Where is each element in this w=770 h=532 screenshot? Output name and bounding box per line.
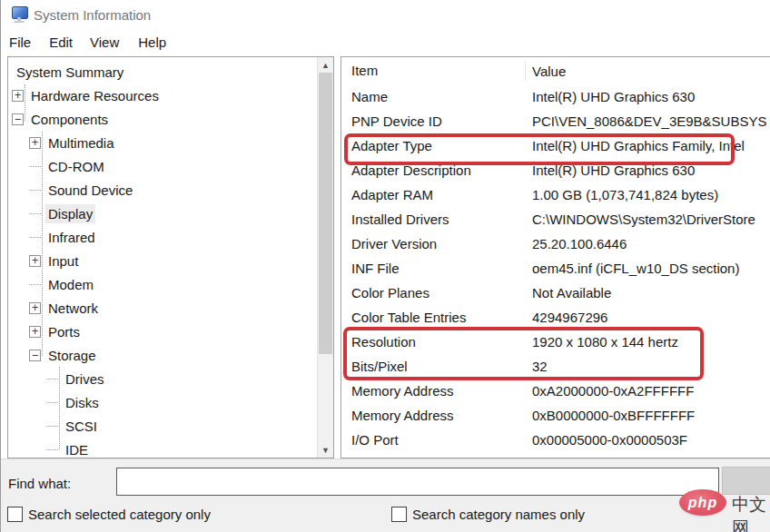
- tree-connector: [29, 237, 41, 238]
- menu-view[interactable]: View: [84, 32, 124, 53]
- tree-item-label: Sound Device: [45, 181, 135, 200]
- column-header-value[interactable]: Value: [526, 64, 770, 79]
- search-selected-category-checkbox[interactable]: [7, 507, 23, 522]
- details-row-bits-pixel[interactable]: Bits/Pixel32: [341, 354, 770, 379]
- details-pane: Item Value NameIntel(R) UHD Graphics 630…: [341, 56, 770, 458]
- expand-icon[interactable]: +: [29, 137, 41, 149]
- tree-item-cd-rom[interactable]: CD-ROM: [8, 154, 318, 178]
- tree-connector: [29, 166, 41, 167]
- tree-item-label: Infrared: [45, 228, 98, 247]
- tree-connector: [46, 379, 58, 379]
- search-category-names-checkbox[interactable]: [391, 507, 407, 522]
- scroll-up-icon[interactable]: ▲: [318, 57, 333, 73]
- item-cell: Name: [341, 89, 526, 104]
- category-tree-pane: System Summary+Hardware Resources−Compon…: [7, 56, 334, 458]
- expand-icon[interactable]: +: [29, 302, 41, 314]
- expand-icon[interactable]: +: [29, 255, 41, 267]
- value-cell: 1920 x 1080 x 144 hertz: [526, 334, 770, 350]
- item-cell: Memory Address: [341, 408, 526, 423]
- tree-item-label: Components: [28, 110, 111, 129]
- details-row-adapter-description[interactable]: Adapter DescriptionIntel(R) UHD Graphics…: [341, 158, 770, 182]
- details-row-color-table-entries[interactable]: Color Table Entries4294967296: [341, 305, 770, 330]
- details-row-resolution[interactable]: Resolution1920 x 1080 x 144 hertz: [341, 330, 770, 354]
- tree-item-drives[interactable]: Drives: [8, 367, 318, 390]
- watermark-site-text: 中文网: [732, 493, 770, 532]
- tree-item-storage[interactable]: −Storage: [8, 343, 318, 367]
- expand-icon[interactable]: +: [29, 326, 41, 338]
- tree-item-label: Ports: [45, 322, 83, 341]
- collapse-icon[interactable]: −: [12, 113, 24, 125]
- find-bar: Find what: Search selected category only…: [1, 458, 770, 532]
- tree-item-network[interactable]: +Network: [8, 296, 318, 320]
- tree-item-multimedia[interactable]: +Multimedia: [8, 131, 318, 154]
- find-what-label: Find what:: [8, 476, 71, 491]
- details-row-pnp-device-id[interactable]: PNP Device IDPCI\VEN_8086&DEV_3E9B&SUBSY…: [341, 109, 770, 133]
- details-row-inf-file[interactable]: INF Fileoem45.inf (iCFL_w10_DS section): [341, 256, 770, 281]
- value-cell: oem45.inf (iCFL_w10_DS section): [526, 261, 770, 276]
- tree-item-sound-device[interactable]: Sound Device: [8, 178, 318, 202]
- menu-help[interactable]: Help: [133, 32, 172, 53]
- menu-bar: FileEditViewHelp: [1, 29, 770, 55]
- value-cell: C:\WINDOWS\System32\DriverStore: [526, 212, 770, 227]
- tree-item-label: Display: [45, 204, 95, 223]
- tree-item-label: CD-ROM: [45, 157, 107, 176]
- item-cell: Installed Drivers: [341, 212, 526, 227]
- tree-connector: [29, 284, 41, 285]
- item-cell: Color Planes: [341, 285, 526, 300]
- details-row-driver-version[interactable]: Driver Version25.20.100.6446: [341, 232, 770, 256]
- expand-icon[interactable]: +: [12, 90, 24, 102]
- item-cell: INF File: [341, 261, 526, 276]
- item-cell: Driver Version: [341, 236, 526, 251]
- details-row-adapter-type[interactable]: Adapter TypeIntel(R) UHD Graphics Family…: [341, 133, 770, 158]
- details-row-name[interactable]: NameIntel(R) UHD Graphics 630: [341, 84, 770, 109]
- tree-item-infrared[interactable]: Infrared: [8, 225, 318, 249]
- tree-item-label: Modem: [45, 275, 96, 294]
- item-cell: Adapter Type: [341, 138, 526, 153]
- details-row-installed-drivers[interactable]: Installed DriversC:\WINDOWS\System32\Dri…: [341, 207, 770, 232]
- details-row-i-o-port[interactable]: I/O Port0x00005000-0x0000503F: [341, 428, 770, 452]
- tree-item-ide[interactable]: IDE: [8, 438, 318, 458]
- details-row-adapter-ram[interactable]: Adapter RAM1.00 GB (1,073,741,824 bytes): [341, 182, 770, 207]
- tree-item-display[interactable]: Display: [8, 202, 318, 225]
- item-cell: I/O Port: [341, 432, 526, 448]
- column-header-item[interactable]: Item: [341, 61, 526, 81]
- search-selected-category-label: Search selected category only: [28, 507, 211, 522]
- item-cell: PNP Device ID: [341, 113, 526, 129]
- value-cell: 25.20.100.6446: [526, 236, 770, 251]
- value-cell: 1.00 GB (1,073,741,824 bytes): [526, 187, 770, 202]
- value-cell: PCI\VEN_8086&DEV_3E9B&SUBSYS: [526, 113, 770, 129]
- title-bar: System Information: [1, 0, 770, 29]
- item-cell: Bits/Pixel: [341, 359, 526, 374]
- scrollbar-thumb[interactable]: [319, 73, 332, 354]
- search-category-names-label: Search category names only: [412, 507, 585, 522]
- tree-item-components[interactable]: −Components: [8, 107, 318, 131]
- tree-item-modem[interactable]: Modem: [8, 272, 318, 296]
- tree-item-ports[interactable]: +Ports: [8, 320, 318, 343]
- scroll-down-icon[interactable]: ▼: [318, 442, 333, 458]
- tree-item-scsi[interactable]: SCSI: [8, 414, 318, 438]
- value-cell: 0xB0000000-0xBFFFFFFF: [526, 408, 770, 423]
- details-row-color-planes[interactable]: Color PlanesNot Available: [341, 281, 770, 305]
- value-cell: Intel(R) UHD Graphics 630: [526, 89, 770, 104]
- value-cell: Intel(R) UHD Graphics Family, Intel: [526, 138, 770, 153]
- tree-item-system-summary[interactable]: System Summary: [8, 60, 318, 84]
- tree: System Summary+Hardware Resources−Compon…: [8, 60, 318, 458]
- tree-connector: [29, 190, 41, 191]
- menu-file[interactable]: File: [4, 32, 36, 53]
- tree-scrollbar[interactable]: ▲ ▼: [317, 57, 333, 458]
- details-row-memory-address[interactable]: Memory Address0xB0000000-0xBFFFFFFF: [341, 403, 770, 428]
- find-what-input[interactable]: [116, 468, 719, 496]
- value-cell: 4294967296: [526, 310, 770, 325]
- tree-item-disks[interactable]: Disks: [8, 390, 318, 414]
- system-information-app-icon: [10, 6, 28, 24]
- tree-item-hardware-resources[interactable]: +Hardware Resources: [8, 84, 318, 107]
- item-cell: Color Table Entries: [341, 310, 526, 325]
- details-row-memory-address[interactable]: Memory Address0xA2000000-0xA2FFFFFF: [341, 379, 770, 403]
- item-cell: Resolution: [341, 334, 526, 350]
- tree-item-input[interactable]: +Input: [8, 249, 318, 272]
- collapse-icon[interactable]: −: [29, 350, 41, 361]
- menu-edit[interactable]: Edit: [44, 32, 78, 53]
- tree-item-label: Disks: [63, 393, 102, 412]
- php-cn-watermark: php 中文网: [676, 488, 770, 517]
- item-cell: Adapter Description: [341, 163, 526, 178]
